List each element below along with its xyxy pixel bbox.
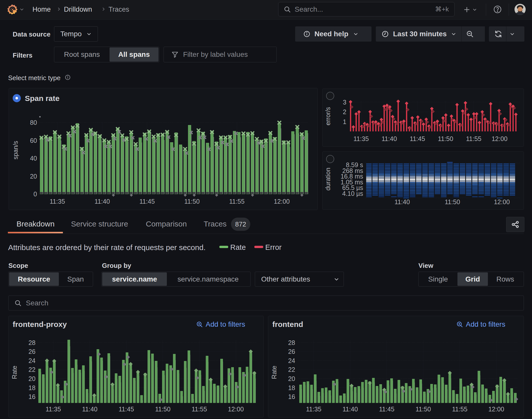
svg-text:Rate: Rate	[11, 366, 18, 379]
svg-text:11:55: 11:55	[452, 406, 468, 413]
svg-text:11:40: 11:40	[82, 406, 98, 413]
svg-text:24: 24	[288, 357, 295, 364]
svg-text:26: 26	[28, 348, 36, 355]
svg-text:16: 16	[288, 393, 295, 400]
svg-text:20: 20	[288, 375, 295, 382]
svg-text:22: 22	[28, 366, 36, 373]
svg-text:11:35: 11:35	[46, 406, 61, 413]
svg-text:11:35: 11:35	[306, 406, 322, 413]
svg-text:11:45: 11:45	[119, 406, 134, 413]
svg-text:12:00: 12:00	[228, 406, 244, 413]
svg-text:18: 18	[28, 384, 36, 391]
svg-text:11:45: 11:45	[379, 406, 395, 413]
svg-text:12:00: 12:00	[488, 406, 504, 413]
svg-text:22: 22	[288, 366, 295, 373]
svg-text:20: 20	[28, 375, 36, 382]
svg-text:16: 16	[28, 393, 36, 400]
svg-text:11:50: 11:50	[416, 406, 431, 413]
svg-text:26: 26	[288, 348, 295, 355]
svg-text:11:50: 11:50	[155, 406, 171, 413]
svg-text:11:55: 11:55	[192, 406, 207, 413]
svg-text:24: 24	[28, 357, 36, 364]
svg-text:11:40: 11:40	[343, 406, 358, 413]
svg-text:Rate: Rate	[271, 366, 278, 379]
svg-text:28: 28	[288, 339, 295, 346]
svg-text:18: 18	[288, 384, 295, 391]
svg-text:28: 28	[28, 339, 36, 346]
